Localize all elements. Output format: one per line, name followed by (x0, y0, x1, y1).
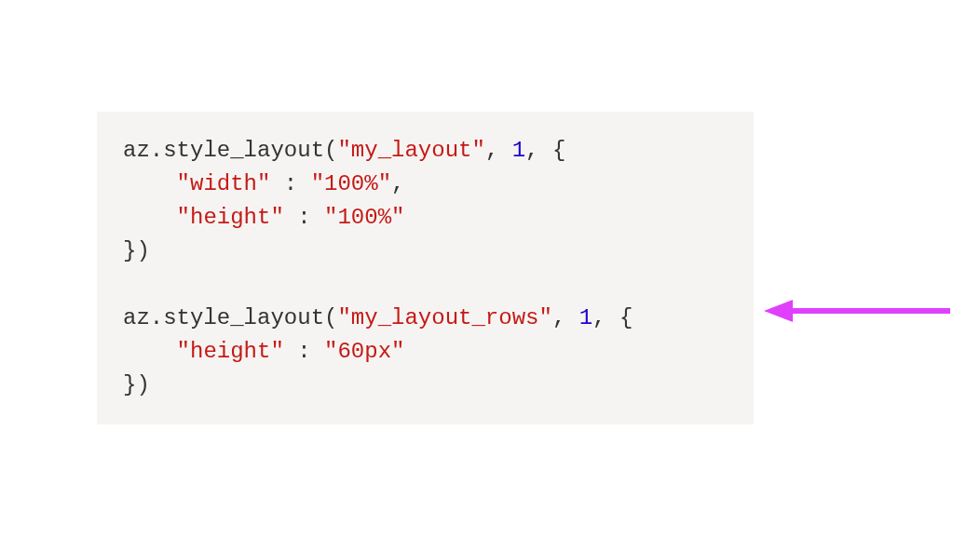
prop-sep: : (270, 171, 310, 196)
close: }) (123, 238, 150, 263)
prop-val: "60px" (324, 339, 404, 364)
svg-marker-1 (764, 300, 793, 322)
prop-key: "height" (177, 205, 284, 230)
code-block: az.style_layout("my_layout", 1, { "width… (97, 112, 754, 424)
code-blank-line (123, 268, 728, 302)
prop-tail: , (391, 171, 404, 196)
number-arg: 1 (512, 138, 525, 163)
fn-call-prefix: az.style_layout( (123, 305, 337, 330)
string-arg: "my_layout" (337, 138, 484, 163)
stage: az.style_layout("my_layout", 1, { "width… (0, 0, 980, 538)
fn-call-prefix: az.style_layout( (123, 138, 337, 163)
prop-val: "100%" (311, 171, 391, 196)
prop-val: "100%" (324, 205, 404, 230)
indent (123, 339, 177, 364)
prop-key: "width" (177, 171, 271, 196)
code-line-1: az.style_layout("my_layout", 1, { (123, 134, 728, 168)
code-line-3: "height" : "100%" (123, 201, 728, 235)
indent (123, 171, 177, 196)
arrow-left-icon (759, 283, 955, 339)
number-arg: 1 (579, 305, 592, 330)
sep: , { (525, 138, 565, 163)
indent (123, 205, 177, 230)
prop-sep: : (284, 205, 324, 230)
code-line-6: "height" : "60px" (123, 335, 728, 369)
close: }) (123, 372, 150, 397)
sep: , (485, 138, 512, 163)
prop-sep: : (284, 339, 324, 364)
code-line-5: az.style_layout("my_layout_rows", 1, { (123, 302, 728, 335)
code-line-2: "width" : "100%", (123, 168, 728, 201)
sep: , { (592, 305, 633, 330)
prop-key: "height" (177, 339, 284, 364)
code-line-7: }) (123, 369, 728, 402)
string-arg: "my_layout_rows" (337, 305, 551, 330)
sep: , (552, 305, 579, 330)
code-line-4: }) (123, 235, 728, 268)
